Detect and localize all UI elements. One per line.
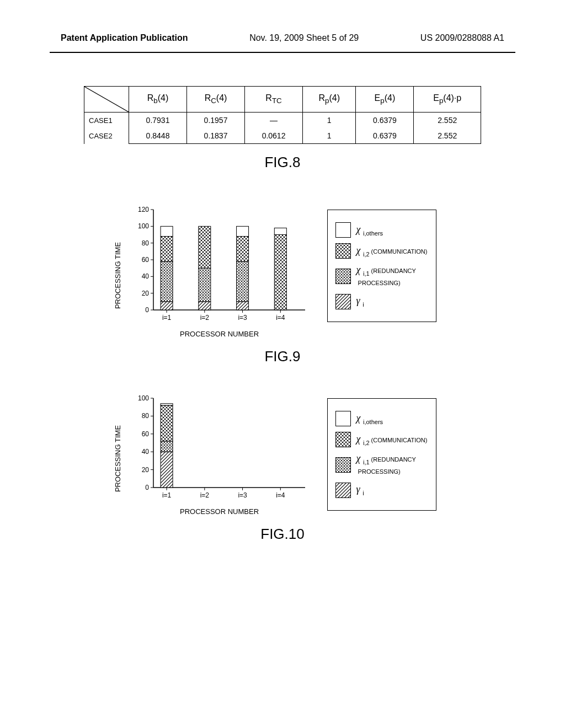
col-header: Ep(4)·p — [414, 87, 481, 113]
svg-rect-32 — [236, 302, 248, 310]
svg-text:0: 0 — [145, 484, 149, 491]
header-rule — [50, 52, 515, 53]
col-header: Rp(4) — [303, 87, 356, 113]
fig8-caption: FIG.8 — [0, 154, 565, 171]
svg-text:i=4: i=4 — [276, 491, 285, 499]
svg-rect-44 — [336, 269, 351, 284]
legend-label: χ i,others — [356, 224, 383, 237]
fig8-table: Rb(4) RC(4) RTC Rp(4) Ep(4) Ep(4)·p CASE… — [84, 86, 481, 144]
svg-text:i=2: i=2 — [200, 491, 209, 499]
fig9-section: PROCESSING TIME 020406080100120i=1i=2i=3… — [0, 204, 565, 365]
fig9-caption: FIG.9 — [0, 348, 565, 365]
legend-item: χ i,1(REDUNDANCY PROCESSING) — [335, 264, 428, 288]
svg-rect-23 — [161, 237, 173, 262]
svg-text:i=3: i=3 — [238, 314, 247, 322]
svg-rect-63 — [161, 404, 173, 405]
legend-label: γ i — [356, 484, 364, 496]
table-corner — [84, 87, 129, 113]
svg-rect-39 — [274, 228, 286, 234]
legend-label: χ i,1(REDUNDANCY PROCESSING) — [356, 453, 416, 477]
svg-text:120: 120 — [138, 206, 149, 213]
svg-rect-73 — [336, 432, 351, 447]
col-header: RC(4) — [187, 87, 245, 113]
svg-rect-33 — [236, 261, 248, 302]
svg-text:100: 100 — [138, 222, 149, 230]
legend-label: χ i,2(COMMUNICATION) — [356, 245, 428, 258]
header-right: US 2009/0288088 A1 — [420, 33, 504, 43]
legend-swatch-icon — [335, 243, 351, 259]
fig10-chart: PROCESSING TIME 020406080100i=1i=2i=3i=4… — [129, 393, 311, 516]
legend-swatch-icon — [335, 222, 351, 238]
legend-label: χ i,1(REDUNDANCY PROCESSING) — [356, 264, 416, 288]
svg-rect-61 — [161, 441, 173, 452]
fig9-chart: PROCESSING TIME 020406080100120i=1i=2i=3… — [129, 204, 311, 338]
svg-rect-21 — [161, 302, 173, 310]
svg-text:i=1: i=1 — [162, 491, 171, 499]
svg-text:i=1: i=1 — [162, 314, 171, 322]
legend-item: χ i,2(COMMUNICATION) — [335, 432, 428, 447]
fig10-section: PROCESSING TIME 020406080100i=1i=2i=3i=4… — [0, 393, 565, 543]
svg-rect-75 — [336, 483, 351, 498]
svg-rect-62 — [161, 405, 173, 441]
svg-rect-27 — [198, 302, 210, 310]
svg-text:20: 20 — [141, 466, 149, 474]
legend-swatch-icon — [335, 294, 351, 309]
svg-rect-35 — [236, 226, 248, 236]
legend-label: χ i,others — [356, 413, 383, 425]
svg-rect-38 — [274, 235, 286, 311]
svg-text:20: 20 — [141, 290, 149, 297]
svg-text:80: 80 — [141, 239, 149, 247]
legend-item: χ i,others — [335, 222, 428, 238]
svg-rect-60 — [161, 452, 173, 488]
legend-item: χ i,others — [335, 411, 428, 426]
fig9-legend: χ i,othersχ i,2(COMMUNICATION)χ i,1(REDU… — [327, 210, 437, 322]
legend-item: γ i — [335, 294, 428, 309]
legend-swatch-icon — [335, 432, 351, 447]
page-header: Patent Application Publication Nov. 19, … — [0, 0, 565, 49]
svg-rect-34 — [236, 237, 248, 262]
svg-rect-28 — [198, 268, 210, 302]
svg-text:i=2: i=2 — [200, 314, 209, 322]
legend-item: χ i,2(COMMUNICATION) — [335, 243, 428, 259]
svg-text:80: 80 — [141, 412, 149, 420]
svg-rect-45 — [336, 295, 351, 309]
legend-swatch-icon — [335, 269, 351, 284]
svg-rect-43 — [336, 244, 351, 259]
col-header: RTC — [245, 87, 303, 113]
legend-label: χ i,2(COMMUNICATION) — [356, 433, 428, 446]
svg-text:60: 60 — [141, 430, 149, 438]
svg-text:i=3: i=3 — [238, 491, 247, 499]
fig10-legend: χ i,othersχ i,2(COMMUNICATION)χ i,1(REDU… — [327, 398, 437, 511]
header-mid: Nov. 19, 2009 Sheet 5 of 29 — [249, 33, 359, 43]
svg-text:40: 40 — [141, 272, 149, 280]
legend-item: χ i,1(REDUNDANCY PROCESSING) — [335, 453, 428, 477]
legend-item: γ i — [335, 483, 428, 498]
header-left: Patent Application Publication — [61, 33, 188, 43]
legend-swatch-icon — [335, 483, 351, 498]
legend-swatch-icon — [335, 457, 351, 473]
svg-rect-74 — [336, 458, 351, 473]
fig9-xlabel: PROCESSOR NUMBER — [129, 330, 311, 338]
svg-text:40: 40 — [141, 448, 149, 456]
col-header: Rb(4) — [129, 87, 187, 113]
svg-rect-24 — [161, 226, 173, 236]
svg-rect-22 — [161, 261, 173, 302]
legend-label: γ i — [356, 295, 364, 308]
svg-text:i=4: i=4 — [276, 314, 285, 322]
svg-rect-42 — [336, 223, 351, 238]
svg-text:60: 60 — [141, 256, 149, 264]
svg-rect-72 — [336, 411, 351, 426]
svg-text:100: 100 — [138, 394, 149, 402]
fig10-ylabel: PROCESSING TIME — [113, 420, 121, 497]
svg-rect-29 — [198, 226, 210, 268]
table-row: CASE2 0.8448 0.1837 0.0612 1 0.6379 2.55… — [84, 128, 481, 144]
legend-swatch-icon — [335, 411, 351, 426]
fig10-caption: FIG.10 — [0, 526, 565, 543]
fig9-ylabel: PROCESSING TIME — [113, 237, 121, 314]
svg-line-4 — [84, 87, 129, 112]
table-row: CASE1 0.7931 0.1957 — 1 0.6379 2.552 — [84, 113, 481, 129]
svg-text:0: 0 — [145, 306, 149, 314]
fig10-xlabel: PROCESSOR NUMBER — [129, 507, 311, 516]
col-header: Ep(4) — [356, 87, 414, 113]
